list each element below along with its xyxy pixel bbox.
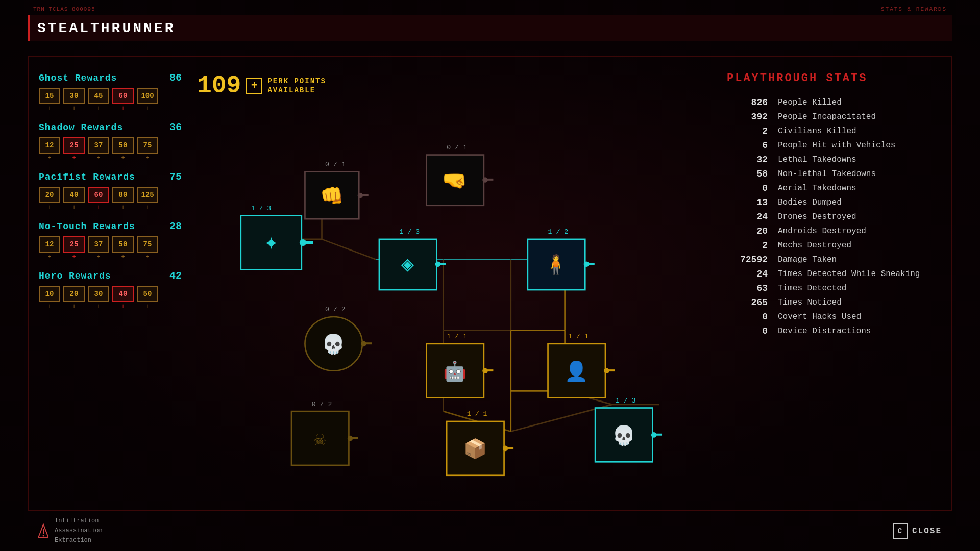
reward-box-plus: + [47, 204, 51, 211]
stat-row: 392 People Incapacitated [727, 112, 941, 122]
svg-text:1 / 1: 1 / 1 [568, 333, 589, 340]
reward-box-shadow-3[interactable]: 50 + [112, 137, 134, 162]
rewards-panel: Ghost Rewards 86 15 + 30 + 45 + 60 + 100… [39, 72, 182, 319]
reward-box-num: 100 [137, 88, 158, 104]
skill-node-3[interactable]: 0 / 1 🤜 [426, 144, 493, 206]
perk-label: PERK POINTSAVAILABLE [267, 77, 326, 95]
top-bar: TRN_TCLAS_800095 STATS & REWARDS STEALTH… [0, 0, 980, 56]
reward-box-ghost-4[interactable]: 100 + [137, 88, 158, 112]
reward-box-ghost-3[interactable]: 60 + [112, 88, 134, 112]
stat-value: 32 [727, 155, 768, 165]
skill-node-10[interactable]: 1 / 1 📦 [447, 410, 513, 475]
reward-box-pacifist-1[interactable]: 40 + [63, 187, 85, 211]
stat-row: 6 People Hit with Vehicles [727, 140, 941, 151]
stat-label: Androids Destroyed [778, 227, 866, 236]
stat-value: 826 [727, 97, 768, 108]
reward-box-plus: + [96, 105, 100, 112]
svg-text:🤖: 🤖 [443, 360, 467, 383]
svg-text:1 / 2: 1 / 2 [548, 228, 569, 236]
reward-box-plus: + [145, 155, 149, 162]
reward-box-shadow-0[interactable]: 12 + [39, 137, 60, 162]
reward-box-notouch-2[interactable]: 37 + [88, 236, 109, 261]
reward-title-ghost: Ghost Rewards [39, 73, 117, 83]
reward-box-shadow-1[interactable]: 25 + [63, 137, 85, 162]
reward-box-notouch-3[interactable]: 50 + [112, 236, 134, 261]
reward-box-shadow-4[interactable]: 75 + [137, 137, 158, 162]
reward-box-hero-3[interactable]: 40 + [112, 286, 134, 310]
reward-section-ghost: Ghost Rewards 86 15 + 30 + 45 + 60 + 100… [39, 72, 182, 112]
stat-value: 0 [727, 326, 768, 336]
stat-value: 20 [727, 226, 768, 236]
skill-node-5[interactable]: 1 / 2 🧍 [528, 228, 595, 290]
reward-title-pacifist: Pacifist Rewards [39, 172, 135, 182]
stat-row: 0 Device Distractions [727, 326, 941, 336]
svg-text:☠: ☠ [314, 429, 326, 450]
stat-value: 0 [727, 183, 768, 193]
stat-label: Civilians Killed [778, 127, 856, 136]
skill-node-7[interactable]: 1 / 1 🤖 [426, 333, 493, 397]
skill-node-1[interactable]: 1 / 3 ✦ [241, 205, 313, 269]
reward-box-plus: + [96, 155, 100, 162]
reward-box-ghost-0[interactable]: 15 + [39, 88, 60, 112]
reward-box-notouch-0[interactable]: 12 + [39, 236, 60, 261]
reward-box-plus: + [121, 105, 125, 112]
reward-box-num: 25 [63, 137, 85, 154]
reward-box-ghost-1[interactable]: 30 + [63, 88, 85, 112]
stat-label: Damage Taken [778, 255, 837, 264]
reward-box-notouch-1[interactable]: 25 + [63, 236, 85, 261]
svg-text:0 / 1: 0 / 1 [325, 161, 346, 168]
reward-box-plus: + [145, 303, 149, 310]
title-bar: STEALTHRUNNER [28, 15, 952, 41]
svg-text:0 / 2: 0 / 2 [312, 400, 332, 408]
stat-row: 20 Androids Destroyed [727, 226, 941, 236]
reward-box-hero-2[interactable]: 30 + [88, 286, 109, 310]
skill-node-4[interactable]: 1 / 3 ◈ [379, 228, 446, 290]
reward-box-plus: + [121, 303, 125, 310]
reward-box-num: 40 [112, 286, 134, 302]
reward-box-num: 37 [88, 236, 109, 253]
stat-value: 2 [727, 240, 768, 251]
reward-box-pacifist-3[interactable]: 80 + [112, 187, 134, 211]
svg-point-78 [43, 535, 44, 536]
svg-rect-35 [485, 179, 494, 181]
reward-box-pacifist-4[interactable]: 125 + [137, 187, 158, 211]
reward-box-plus: + [72, 105, 76, 112]
reward-section-hero: Hero Rewards 42 10 + 20 + 30 + 40 + 50 + [39, 270, 182, 310]
skill-tree-svg: 1 / 3 ✦ 0 / 1 👊 0 / 1 🤜 [187, 108, 727, 486]
svg-rect-75 [654, 434, 662, 436]
reward-box-num: 20 [63, 286, 85, 302]
svg-text:1 / 1: 1 / 1 [467, 410, 487, 418]
skill-node-6[interactable]: 0 / 2 💀 [305, 306, 372, 370]
reward-box-pacifist-2[interactable]: 60 + [88, 187, 109, 211]
skill-node-8[interactable]: 1 / 1 👤 [548, 333, 615, 397]
reward-box-num: 30 [88, 286, 109, 302]
reward-box-plus: + [96, 254, 100, 261]
reward-box-hero-0[interactable]: 10 + [39, 286, 60, 310]
reward-title-hero: Hero Rewards [39, 271, 111, 281]
reward-box-ghost-2[interactable]: 45 + [88, 88, 109, 112]
reward-box-hero-4[interactable]: 50 + [137, 286, 158, 310]
stat-row: 826 People Killed [727, 97, 941, 108]
stat-label: Drones Destroyed [778, 212, 856, 221]
svg-text:🤜: 🤜 [442, 168, 468, 193]
close-button[interactable]: C CLOSE [893, 523, 942, 539]
svg-text:👊: 👊 [320, 184, 344, 208]
stat-label: Device Distractions [778, 327, 871, 336]
reward-box-notouch-4[interactable]: 75 + [137, 236, 158, 261]
close-key: C [893, 523, 908, 539]
reward-box-pacifist-0[interactable]: 20 + [39, 187, 60, 211]
stats-title: PLAYTHROUGH STATS [727, 72, 941, 85]
reward-box-shadow-2[interactable]: 37 + [88, 137, 109, 162]
mission-id-label: TRN_TCLAS_800095 [33, 6, 95, 12]
main-content: Ghost Rewards 86 15 + 30 + 45 + 60 + 100… [28, 56, 952, 510]
skill-node-9[interactable]: 0 / 2 ☠ [291, 400, 358, 465]
stat-row: 0 Covert Hacks Used [727, 312, 941, 322]
reward-box-hero-1[interactable]: 20 + [63, 286, 85, 310]
svg-rect-50 [363, 342, 372, 344]
svg-text:1 / 3: 1 / 3 [616, 397, 636, 405]
bottom-bar: InfiltrationAssassinationExtraction C CL… [28, 510, 952, 551]
svg-text:✦: ✦ [264, 230, 278, 257]
perk-plus-button[interactable]: + [246, 78, 262, 94]
skill-node-2[interactable]: 0 / 1 👊 [305, 161, 368, 219]
reward-box-num: 30 [63, 88, 85, 104]
